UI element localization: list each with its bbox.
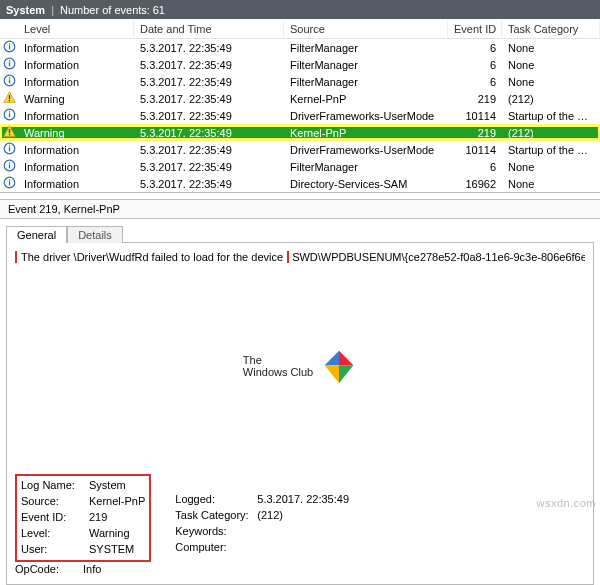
event-message: The driver \Driver\WudfRd failed to load… [15,251,585,263]
v-log-name: System [89,479,126,491]
cell-source: DriverFrameworks-UserMode [284,143,448,157]
svg-rect-5 [8,61,9,62]
event-count-value: 61 [153,4,165,16]
k-level: Level: [21,526,89,542]
table-row[interactable]: Information5.3.2017. 22:35:49FilterManag… [0,158,600,175]
cell-event-id: 10114 [448,109,502,123]
cell-event-id: 16962 [448,177,502,191]
v-level: Warning [89,527,130,539]
k-opcode: OpCode: [15,562,83,578]
table-row[interactable]: Information5.3.2017. 22:35:49DriverFrame… [0,141,600,158]
cell-level: Information [18,160,134,174]
cell-source: FilterManager [284,58,448,72]
list-header: System | Number of events: 61 [0,0,600,19]
cell-source: Kernel-PnP [284,92,448,106]
svg-rect-13 [8,112,9,113]
cell-task: Startup of the UM... [502,109,600,123]
svg-rect-14 [8,129,9,133]
svg-rect-24 [8,180,9,181]
props-right: Logged:5.3.2017. 22:35:49 Task Category:… [175,492,349,578]
event-message-tail: SWD\WPDBUSENUM\{ce278e52-f0a8-11e6-9c3e-… [289,251,585,263]
logo-icon [321,349,357,385]
event-count-label: Number of events: [60,4,150,16]
cell-source: FilterManager [284,41,448,55]
source-watermark: wsxdn.com [536,497,596,509]
cell-date: 5.3.2017. 22:35:49 [134,92,284,106]
cell-source: FilterManager [284,160,448,174]
cell-level: Warning [18,92,134,106]
cell-event-id: 6 [448,41,502,55]
k-log-name: Log Name: [21,478,89,494]
watermark-logo: The Windows Club [15,263,585,470]
event-properties: Log Name:System Source:Kernel-PnP Event … [15,470,585,578]
props-highlight-box: Log Name:System Source:Kernel-PnP Event … [15,474,151,562]
log-title: System [6,4,45,16]
cell-source: Kernel-PnP [284,126,448,140]
info-icon [2,74,16,88]
cell-level: Information [18,143,134,157]
cell-date: 5.3.2017. 22:35:49 [134,58,284,72]
cell-level: Warning [18,126,134,140]
k-source: Source: [21,494,89,510]
svg-rect-9 [8,95,9,99]
col-source[interactable]: Source [284,21,448,37]
cell-date: 5.3.2017. 22:35:49 [134,75,284,89]
table-row[interactable]: Warning5.3.2017. 22:35:49Kernel-PnP219(2… [0,124,600,141]
v-opcode: Info [83,563,101,575]
svg-rect-10 [8,100,9,101]
cell-date: 5.3.2017. 22:35:49 [134,109,284,123]
tab-general[interactable]: General [6,226,67,243]
cell-task: None [502,41,600,55]
event-viewer-pane: System | Number of events: 61 Level Date… [0,0,600,585]
cell-level: Information [18,109,134,123]
column-headers[interactable]: Level Date and Time Source Event ID Task… [0,19,600,39]
cell-task: (212) [502,126,600,140]
cell-task: Startup of the UM... [502,143,600,157]
table-row[interactable]: Information5.3.2017. 22:35:49DriverFrame… [0,107,600,124]
v-task: (212) [257,509,283,521]
svg-rect-15 [8,134,9,135]
svg-rect-12 [8,114,9,118]
table-row[interactable]: Warning5.3.2017. 22:35:49Kernel-PnP219(2… [0,90,600,107]
tab-details[interactable]: Details [67,226,123,243]
v-event-id: 219 [89,511,107,523]
col-date[interactable]: Date and Time [134,21,284,37]
info-icon [2,108,16,122]
col-task-category[interactable]: Task Category [502,21,600,37]
cell-date: 5.3.2017. 22:35:49 [134,177,284,191]
info-icon [2,57,16,71]
table-row[interactable]: Information5.3.2017. 22:35:49FilterManag… [0,73,600,90]
cell-date: 5.3.2017. 22:35:49 [134,126,284,140]
col-level[interactable]: Level [18,21,134,37]
cell-task: None [502,177,600,191]
warning-icon [2,91,16,105]
event-list[interactable]: Level Date and Time Source Event ID Task… [0,19,600,193]
event-message-highlight: The driver \Driver\WudfRd failed to load… [15,251,289,263]
info-icon [2,40,16,54]
table-row[interactable]: Information5.3.2017. 22:35:49FilterManag… [0,39,600,56]
svg-rect-17 [8,148,9,152]
k-user: User: [21,542,89,558]
svg-rect-21 [8,163,9,164]
cell-event-id: 10114 [448,143,502,157]
cell-level: Information [18,177,134,191]
cell-task: (212) [502,92,600,106]
props-left: Log Name:System Source:Kernel-PnP Event … [15,474,151,578]
svg-rect-7 [8,80,9,84]
cell-task: None [502,58,600,72]
cell-event-id: 6 [448,58,502,72]
cell-level: Information [18,41,134,55]
k-task: Task Category: [175,508,257,524]
k-event-id: Event ID: [21,510,89,526]
cell-level: Information [18,75,134,89]
table-row[interactable]: Information5.3.2017. 22:35:49FilterManag… [0,56,600,73]
table-row[interactable]: Information5.3.2017. 22:35:49Directory-S… [0,175,600,192]
cell-source: Directory-Services-SAM [284,177,448,191]
cell-task: None [502,75,600,89]
cell-source: DriverFrameworks-UserMode [284,109,448,123]
cell-date: 5.3.2017. 22:35:49 [134,143,284,157]
cell-date: 5.3.2017. 22:35:49 [134,41,284,55]
k-computer: Computer: [175,540,257,556]
col-event-id[interactable]: Event ID [448,21,502,37]
cell-event-id: 6 [448,160,502,174]
